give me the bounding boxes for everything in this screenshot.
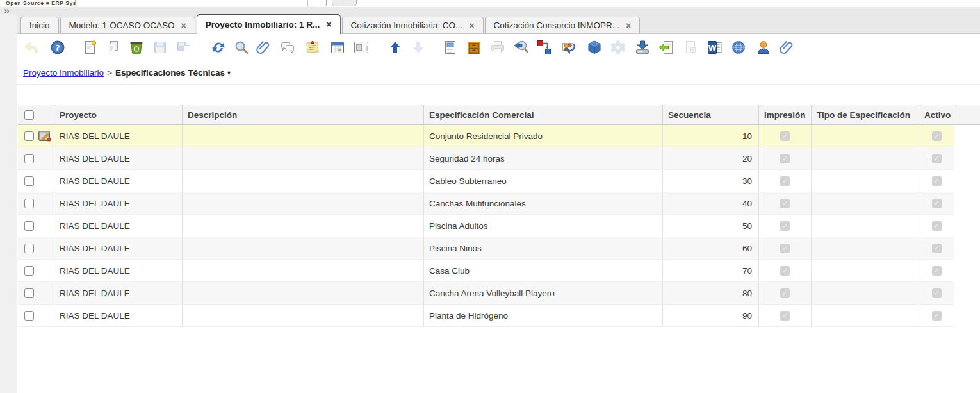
- request-icon[interactable]: [560, 39, 577, 56]
- help-icon[interactable]: ?: [49, 39, 66, 56]
- cell-secuencia: 90: [663, 305, 759, 326]
- table-row[interactable]: RIAS DEL DAULESeguridad 24 horas20✓✓: [18, 147, 954, 170]
- attachment-icon[interactable]: [256, 39, 272, 56]
- grid-header-descripci-n[interactable]: Descripción: [183, 105, 424, 124]
- impresion-checked-checkbox: ✓: [780, 266, 790, 276]
- grid-header-activo[interactable]: Activo: [919, 105, 954, 124]
- row-checkbox[interactable]: [24, 176, 34, 186]
- activo-checked-checkbox: ✓: [932, 131, 942, 141]
- cell-secuencia: 70: [663, 260, 759, 281]
- import-icon[interactable]: [658, 39, 674, 56]
- refresh-icon[interactable]: [210, 39, 227, 56]
- delete-record-icon[interactable]: [128, 39, 145, 56]
- cell-tipo_de_especificacion: [812, 192, 919, 214]
- parent-record-icon[interactable]: [387, 39, 404, 56]
- global-search-input[interactable]: [75, 0, 327, 6]
- breadcrumb-dropdown-icon[interactable]: ▼: [226, 70, 232, 76]
- table-row[interactable]: RIAS DEL DAULECancha Arena Volleyball Pl…: [18, 282, 954, 305]
- zoom-across-icon[interactable]: [512, 39, 529, 56]
- tab-0[interactable]: Inicio: [20, 17, 59, 33]
- row-checkbox[interactable]: [24, 266, 34, 276]
- cell-especificacion_comercial: Conjunto Residencial Privado: [424, 125, 663, 147]
- table-row[interactable]: RIAS DEL DAULECasa Club70✓✓: [18, 260, 954, 282]
- table-row[interactable]: RIAS DEL DAULECanchas Mutifuncionales40✓…: [18, 192, 954, 215]
- cell-especificacion_comercial: Piscina Niños: [424, 237, 663, 259]
- tab-1[interactable]: Modelo: 1-OCASO OCASO×: [60, 17, 195, 33]
- attachment2-icon[interactable]: [779, 39, 796, 56]
- breadcrumb-parent-link[interactable]: Proyecto Inmobiliario: [23, 68, 104, 78]
- cell-activo: ✓: [919, 147, 954, 169]
- cell-proyecto: RIAS DEL DAULE: [54, 192, 183, 214]
- chat-icon[interactable]: [279, 39, 296, 56]
- save-record-icon: [152, 39, 168, 56]
- grid-header-proyecto[interactable]: Proyecto: [54, 105, 183, 124]
- cell-especificacion_comercial: Planta de Hidrógeno: [424, 305, 663, 326]
- breadcrumb: Proyecto Inmobiliario>Especificaciones T…: [17, 61, 980, 85]
- cell-impresion: ✓: [759, 305, 812, 326]
- web-icon[interactable]: [730, 39, 747, 56]
- row-checkbox[interactable]: [24, 154, 34, 163]
- copy-record-icon[interactable]: [104, 39, 121, 56]
- tab-label: Cotización Inmobiliaria: CO...: [351, 21, 463, 30]
- grid-header-impresi-n[interactable]: Impresión: [759, 105, 812, 124]
- edit-record-icon[interactable]: [38, 131, 51, 142]
- row-checkbox[interactable]: [24, 244, 34, 253]
- cell-descripcion: [183, 237, 424, 259]
- row-select-cell: [18, 260, 54, 281]
- archive-icon[interactable]: [466, 39, 482, 56]
- row-checkbox[interactable]: [24, 311, 34, 321]
- cell-impresion: ✓: [759, 125, 812, 147]
- tab-close-icon[interactable]: ×: [469, 21, 474, 30]
- window-tab-bar: InicioModelo: 1-OCASO OCASO×Proyecto Inm…: [17, 14, 980, 34]
- row-checkbox[interactable]: [24, 199, 34, 208]
- report-icon[interactable]: [442, 39, 459, 56]
- grid-header-tipo-de-especificaci-n[interactable]: Tipo de Especificación: [812, 105, 919, 124]
- grid-header-secuencia[interactable]: Secuencia: [663, 105, 759, 124]
- tab-label: Modelo: 1-OCASO OCASO: [69, 21, 175, 30]
- row-checkbox[interactable]: [24, 131, 34, 141]
- global-search-button[interactable]: [332, 0, 357, 6]
- row-select-cell: [18, 147, 54, 169]
- cell-especificacion_comercial: Cancha Arena Volleyball Playero: [424, 282, 663, 304]
- undo-icon: [24, 39, 40, 56]
- tab-2[interactable]: Proyecto Inmobiliario: 1 R...×: [197, 14, 341, 34]
- tab-close-icon[interactable]: ×: [626, 21, 631, 30]
- row-checkbox[interactable]: [24, 288, 34, 298]
- report-find-icon: [682, 39, 699, 56]
- cell-proyecto: RIAS DEL DAULE: [54, 305, 183, 326]
- table-row[interactable]: RIAS DEL DAULEPiscina Adultos50✓✓: [18, 215, 954, 237]
- grid-header-row: ProyectoDescripciónEspecificación Comerc…: [18, 105, 980, 125]
- table-row[interactable]: RIAS DEL DAULEPlanta de Hidrógeno90✓✓: [18, 305, 954, 327]
- cell-proyecto: RIAS DEL DAULE: [54, 260, 183, 281]
- impresion-checked-checkbox: ✓: [780, 131, 790, 141]
- new-record-icon[interactable]: [82, 39, 99, 56]
- lookup-record-icon[interactable]: [233, 39, 250, 56]
- cell-activo: ✓: [919, 282, 954, 304]
- export-word-icon[interactable]: W: [706, 39, 723, 56]
- cell-secuencia: 50: [663, 215, 759, 237]
- row-select-cell: [18, 282, 54, 304]
- table-row[interactable]: RIAS DEL DAULECableo Subterraneo30✓✓: [18, 170, 954, 192]
- export-icon[interactable]: [634, 39, 651, 56]
- workflow-icon[interactable]: [536, 39, 553, 56]
- tab-close-icon[interactable]: ×: [326, 20, 331, 29]
- product-info-icon[interactable]: [586, 39, 603, 56]
- user-icon[interactable]: [755, 39, 772, 56]
- sidebar-expand-icon[interactable]: »: [4, 5, 10, 17]
- tab-close-icon[interactable]: ×: [181, 21, 186, 30]
- row-checkbox[interactable]: [24, 221, 34, 231]
- impresion-checked-checkbox: ✓: [780, 176, 790, 186]
- cell-especificacion_comercial: Canchas Mutifuncionales: [424, 192, 663, 214]
- select-all-checkbox[interactable]: [24, 110, 34, 120]
- cell-proyecto: RIAS DEL DAULE: [54, 125, 183, 147]
- grid-header-select[interactable]: [18, 105, 54, 124]
- tab-4[interactable]: Cotización Consorcio INMOPR...×: [485, 17, 641, 33]
- activo-checked-checkbox: ✓: [932, 154, 942, 163]
- table-row[interactable]: RIAS DEL DAULEPiscina Niños60✓✓: [18, 237, 954, 260]
- note-icon[interactable]: [304, 39, 321, 56]
- calendar-icon[interactable]: [329, 39, 346, 56]
- table-row[interactable]: RIAS DEL DAULEConjunto Residencial Priva…: [18, 125, 954, 147]
- toggle-form-grid-icon[interactable]: [353, 39, 370, 56]
- tab-3[interactable]: Cotización Inmobiliaria: CO...×: [342, 17, 484, 33]
- grid-header-especificaci-n-comercial[interactable]: Especificación Comercial: [424, 105, 663, 124]
